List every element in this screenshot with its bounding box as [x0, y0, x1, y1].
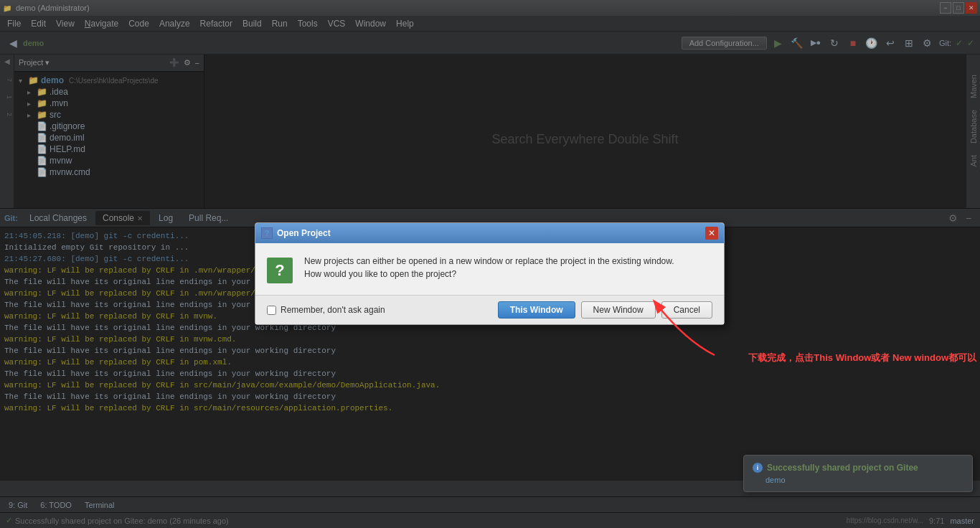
dialog-title-text: ? Open Project: [261, 227, 331, 239]
dialog-footer: Remember, don't ask again This Window Ne…: [255, 295, 724, 324]
remember-label[interactable]: Remember, don't ask again: [281, 305, 385, 315]
notification-popup: i Successfully shared project on Gitee d…: [743, 455, 973, 492]
notification-link[interactable]: demo: [765, 476, 963, 484]
dialog-title-label: Open Project: [277, 228, 331, 238]
dialog-message: New projects can either be opened in a n…: [304, 255, 712, 280]
dialog-title-icon: ?: [261, 227, 273, 239]
dialog-body: ? New projects can either be opened in a…: [255, 243, 724, 295]
info-icon: i: [753, 463, 763, 473]
dialog-title-bar: ? Open Project ✕: [255, 223, 724, 243]
dialog-message-line2: How would you like to open the project?: [304, 269, 456, 279]
dialog-question-icon-area: ?: [267, 255, 296, 283]
dialog-text-area: New projects can either be opened in a n…: [304, 255, 712, 283]
dialog-message-line1: New projects can either be opened in a n…: [304, 256, 674, 266]
new-window-button[interactable]: New Window: [581, 301, 656, 319]
remember-checkbox-area: Remember, don't ask again: [267, 305, 385, 315]
notification-title: i Successfully shared project on Gitee: [753, 463, 963, 473]
this-window-button[interactable]: This Window: [498, 301, 575, 319]
open-project-dialog: ? Open Project ✕ ? New projects can eith…: [255, 222, 725, 325]
remember-checkbox[interactable]: [267, 306, 276, 315]
dialog-close-button[interactable]: ✕: [705, 227, 718, 240]
question-icon: ?: [267, 258, 293, 283]
notification-title-text: Successfully shared project on Gitee: [767, 463, 918, 473]
cancel-button[interactable]: Cancel: [661, 301, 712, 319]
dialog-buttons: This Window New Window Cancel: [498, 301, 712, 319]
